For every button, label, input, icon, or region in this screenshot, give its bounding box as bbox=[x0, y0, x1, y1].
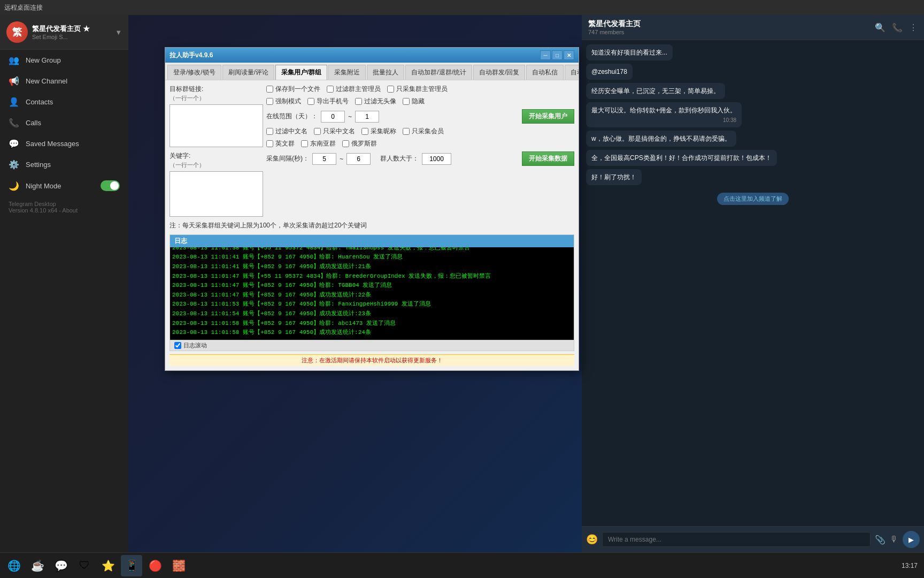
tab-autochat[interactable]: 自动聊天/炒（ bbox=[565, 65, 579, 80]
taskbar-app-6[interactable]: 🔴 bbox=[144, 555, 166, 576]
channel-sub: Set Emoji S... bbox=[32, 34, 111, 40]
cb-sea-group[interactable]: 东南亚群 bbox=[301, 139, 336, 148]
tool-title-bar: 拉人助手v4.9.6 ─ □ ✕ bbox=[165, 48, 579, 63]
emoji-icon[interactable]: 😊 bbox=[586, 534, 598, 545]
log-entry: 2023-08-13 11:01:47 账号【+852 9 167 4950】给… bbox=[172, 281, 572, 291]
collect-group-button[interactable]: 开始采集数据 bbox=[522, 151, 574, 166]
group-count-input[interactable] bbox=[422, 153, 451, 165]
log-header: 日志 bbox=[170, 235, 574, 247]
sidebar-item-label: Contacts bbox=[26, 98, 53, 106]
log-entry: 2023-08-13 11:01:58 账号【+852 9 167 4950】给… bbox=[172, 319, 572, 329]
cb-export-phone[interactable]: 导出手机号 bbox=[307, 97, 349, 106]
tab-autogroup[interactable]: 自动加群/退群/统计 bbox=[405, 65, 472, 80]
taskbar-app-4[interactable]: ⭐ bbox=[97, 555, 119, 576]
cb-only-member[interactable]: 只采集会员 bbox=[403, 127, 444, 136]
sidebar-item-new-channel[interactable]: 📢 New Channel bbox=[0, 71, 128, 92]
log-entry: 2023-08-13 11:01:41 账号【+852 9 167 4950】成… bbox=[172, 262, 572, 272]
taskbar-app-3[interactable]: 🛡 bbox=[74, 555, 95, 576]
cb-force-mode[interactable]: 强制模式 bbox=[266, 97, 301, 106]
cb-only-cn[interactable]: 只采中文名 bbox=[314, 127, 355, 136]
sidebar-item-saved[interactable]: 💬 Saved Messages bbox=[0, 133, 128, 154]
tab-autosend[interactable]: 自动群发/回复 bbox=[473, 65, 525, 80]
target-label: 目标群链接: （一行一个） bbox=[170, 85, 263, 102]
mic-icon[interactable]: 🎙 bbox=[890, 535, 898, 544]
message: 最大可以没。给你转款+佣金，款到你秒回我入伙。 10:38 bbox=[586, 102, 742, 127]
more-icon[interactable]: ⋮ bbox=[909, 22, 918, 33]
settings-icon: ⚙️ bbox=[9, 159, 19, 170]
keyword-label: 关键字: （一行一个） bbox=[170, 151, 263, 169]
checkbox-row-1: 保存到一个文件 过滤群主管理员 只采集群主管理员 bbox=[266, 85, 574, 94]
cb-english-group[interactable]: 英文群 bbox=[266, 139, 295, 148]
chat-input[interactable] bbox=[602, 532, 871, 547]
attach-icon[interactable]: 📎 bbox=[875, 535, 886, 545]
sidebar-item-settings[interactable]: ⚙️ Settings bbox=[0, 154, 128, 175]
cb-filter-no-avatar[interactable]: 过滤无头像 bbox=[355, 97, 396, 106]
collect-to-input[interactable] bbox=[346, 153, 371, 165]
online-range-row: 在线范围（天）： ~ 开始采集用户 bbox=[266, 109, 574, 124]
taskbar-app-2[interactable]: 💬 bbox=[50, 555, 72, 576]
cb-collect-nickname[interactable]: 采集昵称 bbox=[361, 127, 396, 136]
message: 经历安全曝单，已沉淀，无三架，简单易操。 bbox=[586, 83, 725, 99]
log-section: 日志 2023-08-13 11:01:26 账号【+852 9 167 495… bbox=[170, 234, 574, 351]
collect-from-input[interactable] bbox=[312, 153, 336, 165]
sidebar-item-label: Saved Messages bbox=[26, 140, 79, 148]
tool-tabs: 登录/修改/锁号 刷阅读量/评论 采集用户/群组 采集附近 批量拉人 自动加群/… bbox=[165, 63, 579, 80]
online-range: 在线范围（天）： ~ bbox=[266, 111, 379, 123]
taskbar-bottom: 🌐 ☕ 💬 🛡 ⭐ 📱 🔴 🧱 13:17 bbox=[0, 552, 924, 578]
cb-filter-cn[interactable]: 过滤中文名 bbox=[266, 127, 307, 136]
log-entry: 2023-08-13 11:01:38 账号【+55 11 95372 4834… bbox=[172, 247, 572, 253]
tab-read[interactable]: 刷阅读量/评论 bbox=[222, 65, 274, 80]
message: @zeshui178 bbox=[586, 64, 633, 80]
night-mode-row: 🌙 Night Mode bbox=[0, 175, 128, 196]
minimize-button[interactable]: ─ bbox=[540, 50, 551, 60]
tab-collect[interactable]: 采集用户/群组 bbox=[275, 65, 327, 80]
sidebar-item-label: Calls bbox=[26, 119, 41, 127]
taskbar-app-1[interactable]: ☕ bbox=[27, 555, 48, 576]
tab-autoprivate[interactable]: 自动私信 bbox=[526, 65, 564, 80]
taskbar-app-5[interactable]: 📱 bbox=[121, 555, 142, 576]
cb-only-admin[interactable]: 只采集群主管理员 bbox=[387, 85, 448, 94]
tab-nearby[interactable]: 采集附近 bbox=[328, 65, 366, 80]
chat-header-info: 繁星代发看主页 747 members bbox=[588, 19, 641, 35]
sidebar-item-contacts[interactable]: 👤 Contacts bbox=[0, 92, 128, 112]
checkbox-row-4: 英文群 东南亚群 俄罗斯群 bbox=[266, 139, 574, 148]
cb-save-file[interactable]: 保存到一个文件 bbox=[266, 85, 320, 94]
top-section: 目标群链接: （一行一个） 关键字: （一行一个） 保存到一 bbox=[170, 85, 574, 217]
close-button[interactable]: ✕ bbox=[564, 50, 574, 60]
keyword-input[interactable] bbox=[170, 171, 263, 217]
message: w，放心做。那是搞佣金的，挣钱不易请勿受骗。 bbox=[586, 131, 736, 147]
tool-body: 目标群链接: （一行一个） 关键字: （一行一个） 保存到一 bbox=[165, 80, 579, 370]
tg-version: Telegram Desktop Version 4.8.10 x64 - Ab… bbox=[0, 196, 128, 218]
tool-title: 拉人助手v4.9.6 bbox=[170, 51, 540, 60]
chat-header: 繁星代发看主页 747 members 🔍 📞 ⋮ bbox=[582, 15, 924, 40]
online-to-input[interactable] bbox=[355, 111, 379, 123]
message: 全，全国最高CPS类盈利！好！合作成功可提前打款！包成本！ bbox=[586, 150, 777, 166]
right-panel: 保存到一个文件 过滤群主管理员 只采集群主管理员 强制模式 bbox=[266, 85, 574, 217]
chevron-down-icon[interactable]: ▼ bbox=[115, 28, 122, 36]
log-entry: 2023-08-13 11:01:54 账号【+852 9 167 4950】成… bbox=[172, 309, 572, 319]
collect-user-button[interactable]: 开始采集用户 bbox=[522, 109, 574, 124]
chat-subtitle: 747 members bbox=[588, 29, 641, 35]
online-from-input[interactable] bbox=[321, 111, 345, 123]
send-button[interactable]: ▶ bbox=[903, 531, 920, 548]
sidebar-item-calls[interactable]: 📞 Calls bbox=[0, 112, 128, 133]
search-icon[interactable]: 🔍 bbox=[875, 22, 886, 33]
cb-russian-group[interactable]: 俄罗斯群 bbox=[342, 139, 377, 148]
cb-hide[interactable]: 隐藏 bbox=[403, 97, 425, 106]
cb-filter-admin[interactable]: 过滤群主管理员 bbox=[327, 85, 381, 94]
maximize-button[interactable]: □ bbox=[552, 50, 563, 60]
call-icon[interactable]: 📞 bbox=[892, 22, 903, 33]
log-scroll-checkbox[interactable]: 日志滚动 bbox=[174, 341, 207, 349]
log-body[interactable]: 2023-08-13 11:01:26 账号【+852 9 167 4950】给… bbox=[170, 247, 574, 340]
night-mode-toggle[interactable] bbox=[101, 180, 120, 191]
log-entry: 2023-08-13 11:01:53 账号【+852 9 167 4950】给… bbox=[172, 300, 572, 309]
taskbar-app-7[interactable]: 🧱 bbox=[168, 555, 189, 576]
taskbar-start[interactable]: 🌐 bbox=[3, 555, 25, 576]
collect-interval: 采集间隔(秒)： ~ 群人数大于： bbox=[266, 153, 451, 165]
sidebar-item-new-group[interactable]: 👥 New Group bbox=[0, 50, 128, 71]
tab-login[interactable]: 登录/修改/锁号 bbox=[167, 65, 221, 80]
tg-header: 繁 繁星代发看主页 ★ Set Emoji S... ▼ bbox=[0, 15, 128, 50]
target-group-input[interactable] bbox=[170, 104, 263, 147]
sidebar-item-label: New Channel bbox=[26, 77, 67, 85]
tab-batch[interactable]: 批量拉人 bbox=[367, 65, 404, 80]
